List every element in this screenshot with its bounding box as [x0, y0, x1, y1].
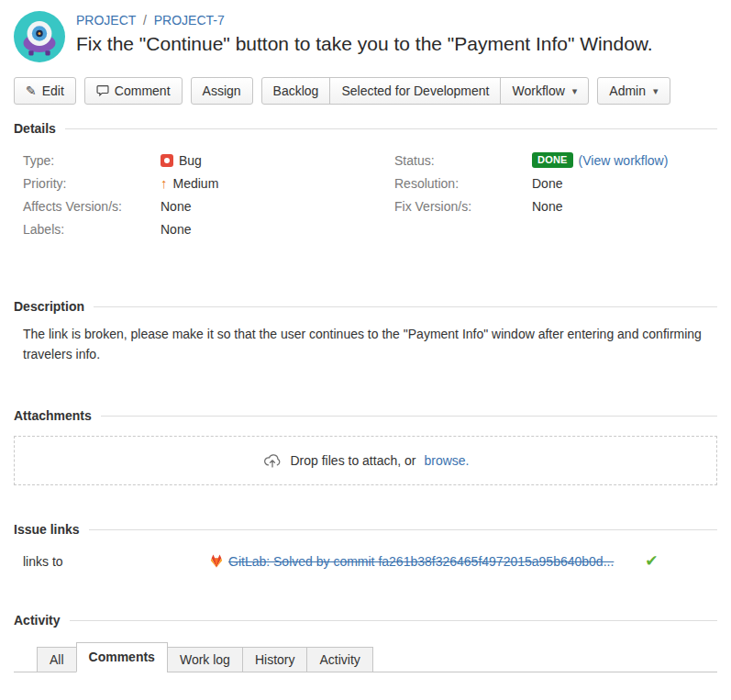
- status-label: Status:: [394, 153, 532, 168]
- details-heading-rule: [65, 128, 717, 129]
- description-heading: Description: [14, 299, 84, 314]
- breadcrumb-separator: /: [143, 13, 147, 28]
- priority-medium-icon: ↑: [161, 176, 168, 190]
- project-avatar: [14, 11, 65, 62]
- labels-value: None: [161, 222, 191, 237]
- issue-title: Fix the "Continue" button to take you to…: [76, 32, 653, 56]
- attachments-heading-row: Attachments: [14, 408, 717, 423]
- comment-button-label: Comment: [115, 83, 171, 98]
- field-affects-versions: Affects Version/s: None: [14, 194, 385, 217]
- backlog-button-label: Backlog: [273, 83, 319, 98]
- issue-page: PROJECT / PROJECT-7 Fix the "Continue" b…: [0, 0, 731, 700]
- tab-all[interactable]: All: [37, 647, 77, 672]
- dropzone-text: Drop files to attach, or: [291, 453, 416, 468]
- type-value: Bug: [179, 153, 202, 168]
- gitlab-icon: [209, 554, 224, 568]
- description-heading-rule: [94, 306, 717, 307]
- tab-activity[interactable]: Activity: [306, 647, 372, 672]
- browse-link[interactable]: browse.: [424, 453, 469, 468]
- breadcrumb: PROJECT / PROJECT-7: [76, 13, 653, 28]
- breadcrumb-project-link[interactable]: PROJECT: [76, 13, 136, 28]
- status-badge: DONE: [532, 152, 573, 168]
- chevron-down-icon: ▾: [653, 85, 659, 97]
- details-right-column: Status: DONE (View workflow) Resolution:…: [385, 149, 717, 240]
- field-fix-versions: Fix Version/s: None: [385, 194, 717, 217]
- selected-for-development-label: Selected for Development: [341, 83, 489, 98]
- gitlab-commit-link[interactable]: GitLab: Solved by commit fa261b38f326465…: [228, 554, 614, 569]
- chevron-down-icon: ▾: [572, 85, 578, 97]
- backlog-button[interactable]: Backlog: [261, 77, 331, 105]
- details-left-column: Type: Bug Priority: ↑ Medium Affects Ver…: [14, 149, 385, 240]
- comment-button[interactable]: Comment: [84, 77, 183, 105]
- details-heading: Details: [14, 121, 56, 136]
- tab-work-log[interactable]: Work log: [167, 647, 243, 672]
- type-label: Type:: [23, 153, 161, 168]
- view-workflow-link[interactable]: (View workflow): [579, 153, 669, 168]
- activity-heading-row: Activity: [14, 613, 717, 628]
- activity-heading-rule: [70, 620, 717, 621]
- details-section: Type: Bug Priority: ↑ Medium Affects Ver…: [14, 149, 717, 240]
- project-avatar-icon: [14, 11, 65, 62]
- assign-button-label: Assign: [203, 83, 241, 98]
- attachments-heading-rule: [101, 416, 717, 417]
- description-text: The link is broken, please make it so th…: [23, 325, 717, 364]
- tab-comments[interactable]: Comments: [76, 642, 168, 672]
- field-labels: Labels: None: [14, 217, 385, 240]
- resolution-value: Done: [532, 176, 562, 191]
- workflow-dropdown-button[interactable]: Workflow ▾: [500, 77, 589, 105]
- affects-versions-label: Affects Version/s:: [23, 199, 161, 214]
- attachment-dropzone[interactable]: Drop files to attach, or browse.: [14, 436, 717, 485]
- toolbar: ✎ Edit Comment Assign Backlog Selected f…: [14, 77, 717, 105]
- field-priority: Priority: ↑ Medium: [14, 172, 385, 194]
- labels-label: Labels:: [23, 222, 161, 237]
- field-type: Type: Bug: [14, 149, 385, 172]
- admin-button-label: Admin: [609, 83, 646, 98]
- activity-tabs-wrap: All Comments Work log History Activity: [14, 642, 717, 672]
- selected-for-development-button[interactable]: Selected for Development: [329, 77, 501, 105]
- admin-dropdown-button[interactable]: Admin ▾: [597, 77, 670, 105]
- issue-links-heading: Issue links: [14, 522, 80, 537]
- workflow-button-label: Workflow: [512, 83, 564, 98]
- issue-links-heading-row: Issue links: [14, 522, 717, 537]
- field-resolution: Resolution: Done: [385, 172, 717, 194]
- assign-button[interactable]: Assign: [191, 77, 253, 105]
- fix-versions-value: None: [532, 199, 562, 214]
- fix-versions-label: Fix Version/s:: [394, 199, 532, 214]
- edit-button[interactable]: ✎ Edit: [14, 77, 76, 105]
- issue-links-heading-rule: [89, 529, 717, 530]
- activity-tabs: All Comments Work log History Activity: [14, 642, 717, 672]
- resolution-label: Resolution:: [394, 176, 532, 191]
- header-text: PROJECT / PROJECT-7 Fix the "Continue" b…: [76, 11, 653, 56]
- comment-bubble-icon: [96, 84, 109, 97]
- tab-history[interactable]: History: [242, 647, 308, 672]
- issue-link-relation-label: links to: [23, 554, 209, 569]
- description-heading-row: Description: [14, 299, 717, 314]
- edit-button-label: Edit: [42, 83, 64, 98]
- upload-cloud-icon: [262, 450, 282, 471]
- issue-link-row: links to GitLab: Solved by commit fa261b…: [14, 553, 717, 569]
- priority-label: Priority:: [23, 176, 161, 191]
- bug-type-icon: [161, 154, 173, 167]
- activity-heading: Activity: [14, 613, 61, 628]
- details-heading-row: Details: [14, 121, 717, 136]
- attachments-heading: Attachments: [14, 408, 92, 423]
- affects-versions-value: None: [161, 199, 191, 214]
- field-status: Status: DONE (View workflow): [385, 149, 717, 172]
- pencil-icon: ✎: [26, 84, 37, 97]
- priority-value: Medium: [173, 176, 219, 191]
- breadcrumb-issue-link[interactable]: PROJECT-7: [154, 13, 225, 28]
- workflow-button-group: Backlog Selected for Development Workflo…: [261, 77, 590, 105]
- issue-header: PROJECT / PROJECT-7 Fix the "Continue" b…: [14, 11, 717, 62]
- resolved-check-icon: ✔: [645, 553, 658, 569]
